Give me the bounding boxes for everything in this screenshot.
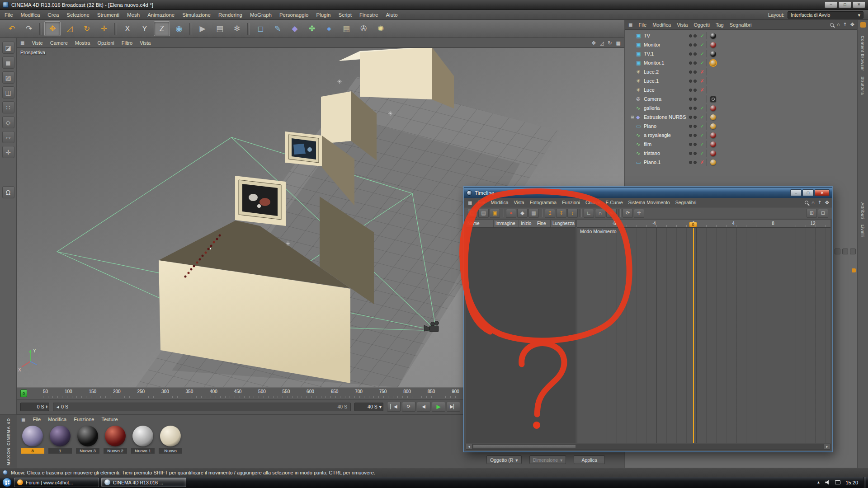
state-icon[interactable]: ✗ [698,87,706,93]
object-name[interactable]: Luce.2 [644,69,687,75]
view-nav-icon[interactable]: ↻ [608,41,612,46]
panel-grid-icon[interactable]: ▦ [468,200,472,205]
timeline-toolbar-button[interactable]: ● [506,209,516,218]
taskbar-task[interactable]: CINEMA 4D R13.016 ... [101,478,186,487]
viewport-menu-item[interactable]: Vista [140,40,151,46]
current-time-field[interactable]: 0 S ▴▾ [20,403,49,411]
panel-header-icon[interactable]: ⌂ [811,200,815,205]
object-row[interactable]: ▣ Monitor ✓ [625,40,857,49]
transport-button[interactable]: ▶▏ [447,402,460,412]
mode-toolbar-button[interactable]: ▨ [2,71,14,84]
visibility-dots[interactable] [687,34,698,38]
timeline-toolbar-button[interactable] [618,209,621,217]
viewport-menu-item[interactable]: Camere [50,40,68,46]
visibility-dots[interactable] [687,161,698,164]
timeline-toolbar-button[interactable]: ↨ [567,209,578,218]
state-icon[interactable]: ✓ [698,51,706,57]
material-menu-item[interactable]: Modifica [48,417,66,422]
visibility-dots[interactable] [687,43,698,47]
panel-header-icon[interactable]: ↥ [818,200,822,205]
playhead-marker[interactable]: 0 [20,389,27,397]
toolbar-button[interactable]: ✥ [44,21,61,36]
visibility-dots[interactable] [687,52,698,56]
menu-item[interactable]: Finestre [359,12,378,18]
material-sphere[interactable] [132,426,153,446]
timeline-menu-item[interactable]: Segnalibri [675,200,697,205]
maximize-button[interactable]: □ [839,1,851,8]
animation-ruler[interactable]: 0 50100150200250300350400450500550600650… [17,387,464,399]
object-row[interactable]: ▣ Monitor.1 ✓ [625,58,857,67]
menu-item[interactable]: Aiuto [386,12,397,18]
timeline-playhead-marker[interactable]: 0 [689,222,697,227]
time-slider[interactable]: ◂ 0 S 40 S [53,403,351,411]
dock-tab[interactable]: Attributi [860,202,865,219]
toolbar-button[interactable] [39,23,42,35]
visibility-dots[interactable] [687,107,698,110]
material-tag[interactable] [710,96,716,102]
menu-item[interactable]: Rendering [218,12,242,18]
state-icon[interactable]: ✓ [698,33,706,39]
panel-grid-icon[interactable]: ▦ [21,417,25,422]
timeline-toolbar-button[interactable]: ∟ [584,209,594,218]
timeline-toolbar-button[interactable]: ∩ [595,209,605,218]
panel-header-icon[interactable]: ✥ [850,22,854,27]
toolbar-button[interactable]: ◆ [287,21,303,36]
timeline-column-header[interactable]: Fine [535,220,551,227]
material-item[interactable]: 3 [21,426,44,454]
toolbar-button[interactable]: ▦ [338,21,354,36]
object-name[interactable]: Monitor.1 [644,60,687,66]
viewport-menu-item[interactable]: Viste [32,40,42,46]
timeline-menu-item[interactable]: Vista [514,200,524,205]
spinner-arrows[interactable]: ▴▾ [46,405,47,408]
timeline-toolbar-button[interactable] [541,209,543,217]
menu-item[interactable]: Script [338,12,351,18]
panel-header-icon[interactable]: ⌂ [837,22,840,27]
timeline-menu-item[interactable]: Fotogramma [530,200,557,205]
timeline-toolbar-button[interactable]: ∿ [606,209,617,218]
material-tag[interactable] [710,33,716,39]
toolbar-button[interactable] [247,23,250,35]
toolbar-button[interactable]: Z [154,21,170,36]
timeline-column-header[interactable]: Inizio [519,220,535,227]
attribute-panel-icon[interactable] [835,249,840,254]
timeline-zoom-button[interactable]: ⊞ [807,209,817,218]
timeline-toolbar-button[interactable]: ▣ [490,209,500,218]
close-button[interactable]: ✕ [853,1,865,8]
visibility-dots[interactable] [687,125,698,128]
timeline-zoom-button[interactable]: ⊡ [818,209,828,218]
object-row[interactable]: ⊞ ◆ Estrusione NURBS ✓ [625,113,857,122]
object-name[interactable]: galleria [644,105,687,111]
menu-item[interactable]: Modifica [21,12,40,18]
object-row[interactable]: ∿ a royaleagle ✓ [625,131,857,140]
visibility-dots[interactable] [687,80,698,83]
material-menu-item[interactable]: Funzione [74,417,94,422]
visibility-dots[interactable] [687,116,698,119]
attribute-panel-icon[interactable] [842,249,848,254]
timeline-menu-item[interactable]: Funzioni [562,200,580,205]
start-button[interactable] [2,478,12,487]
state-icon[interactable]: ✗ [698,78,706,84]
state-icon[interactable]: ✗ [698,160,706,165]
state-icon[interactable]: ✓ [698,141,706,147]
toolbar-button[interactable] [114,23,117,35]
object-mode-dropdown[interactable]: Oggetto (R ▾ [486,455,522,464]
material-tag[interactable] [710,114,716,120]
object-name[interactable]: Estrusione NURBS [644,114,687,120]
toolbar-button[interactable]: ◿ [61,21,78,36]
panel-lock-icon[interactable] [860,22,866,28]
state-icon[interactable]: ✓ [698,105,706,111]
material-sphere[interactable] [50,426,71,446]
visibility-dots[interactable] [687,70,698,74]
object-name[interactable]: TV.1 [644,51,687,56]
apply-button[interactable]: Applica [574,455,604,464]
window-titlebar[interactable]: CINEMA 4D R13.016 Broadcast (32 Bit) - [… [0,0,868,10]
layout-dropdown[interactable]: Interfaccia di Avvio ▾ [788,11,863,19]
picture-frame-lower[interactable] [239,180,281,220]
panel-header-icon[interactable]: ✥ [825,200,829,205]
menu-item[interactable]: Plugin [316,12,331,18]
timeline-column-header[interactable]: Nome [466,220,494,227]
object-name[interactable]: Piano [644,123,687,129]
viewport-menu-item[interactable]: Filtro [122,40,132,46]
show-desktop-button[interactable] [863,477,866,488]
material-tag[interactable] [710,150,716,156]
